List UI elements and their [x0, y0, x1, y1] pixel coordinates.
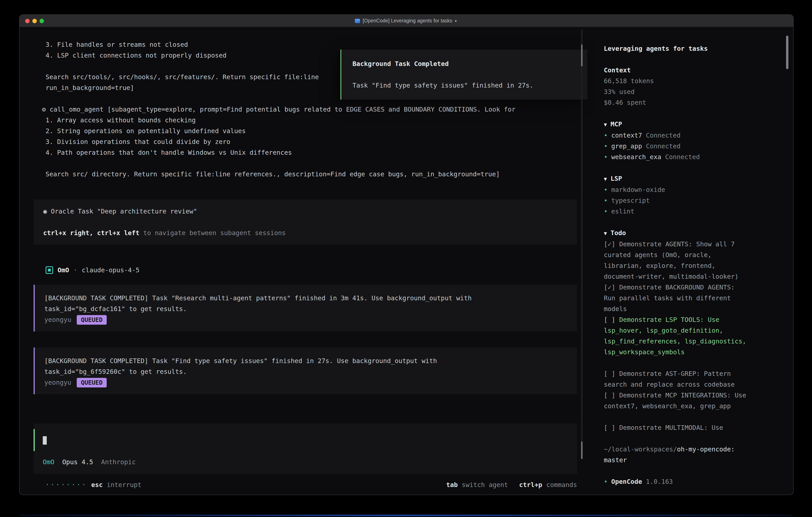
- esc-key-hint: esc: [91, 479, 103, 490]
- model-provider: Anthropic: [101, 457, 136, 467]
- bullet-icon: •: [604, 184, 608, 195]
- background-task-text: [BACKGROUND TASK COMPLETED] Task "Find t…: [45, 355, 486, 377]
- status-badge: QUEUED: [77, 315, 107, 324]
- active-agent-name: OmO: [43, 457, 54, 467]
- mcp-section-header[interactable]: ▼MCP: [604, 119, 750, 130]
- workspace-branch: master: [604, 456, 627, 464]
- main-scrollbar-track[interactable]: [581, 30, 583, 459]
- oracle-task-title: Oracle Task "Deep architecture review": [51, 208, 197, 215]
- agent-name: OmO: [58, 265, 69, 275]
- minimize-button[interactable]: [32, 19, 37, 23]
- background-task-card: [BACKGROUND TASK COMPLETED] Task "Find t…: [34, 348, 577, 394]
- tab-key-hint: tab: [446, 479, 458, 490]
- spinner-dots-icon: ········: [46, 479, 87, 490]
- context-used: 33% used: [604, 86, 750, 97]
- mcp-item: •context7 Connected: [604, 130, 750, 141]
- model-info-row: OmO Opus 4.5 Anthropic: [34, 457, 577, 467]
- text-cursor: [43, 436, 47, 445]
- tool-call-item: 4. Path operations that don't handle Win…: [46, 147, 577, 158]
- chevron-down-icon: ▼: [604, 173, 607, 184]
- workspace-path: ~/local-workspaces/oh-my-opencode: maste…: [604, 444, 750, 465]
- mcp-item: •grep_app Connected: [604, 141, 750, 152]
- todo-section-header[interactable]: ▼Todo: [604, 227, 750, 239]
- context-spent: $0.46 spent: [604, 97, 750, 108]
- app-icon: [355, 19, 360, 23]
- tool-call-item: 3. Division operations that could divide…: [46, 136, 577, 147]
- chevron-down-icon: ▼: [604, 228, 607, 239]
- app-version-row: • OpenCode 1.0.163: [604, 476, 750, 487]
- session-sidebar: Leveraging agents for tasks Context 66,5…: [596, 27, 793, 495]
- mcp-status: Connected: [646, 142, 680, 150]
- todo-item: [✓] Demonstrate AGENTS: Show all 7 curat…: [604, 239, 750, 282]
- workspace-repo: oh-my-opencode:: [677, 445, 735, 453]
- gear-icon: ⚙: [42, 106, 46, 113]
- zoom-button[interactable]: [39, 19, 44, 23]
- task-user: yeongyu: [45, 377, 71, 388]
- bullet-icon: •: [604, 195, 608, 206]
- hint-keys: ctrl+x right, ctrl+x left: [43, 229, 140, 237]
- prompt-panel: OmO Opus 4.5 Anthropic: [34, 424, 577, 474]
- mcp-name: context7: [611, 132, 642, 139]
- active-model-name: Opus 4.5: [62, 457, 93, 467]
- bullet-icon: •: [604, 130, 608, 141]
- session-title: Leveraging agents for tasks: [604, 43, 750, 54]
- background-window-edge: [19, 515, 793, 516]
- mcp-item: •websearch_exa Connected: [604, 152, 750, 162]
- todo-item: [ ] Demonstrate MCP INTEGRATIONS: Use co…: [604, 390, 750, 411]
- esc-key-label: interrupt: [107, 479, 141, 490]
- window-titlebar[interactable]: [OpenCode] Leveraging agents for tasks ◐: [20, 15, 793, 27]
- app-name: OpenCode: [611, 478, 642, 485]
- log-line: 3. File handles or streams not closed: [46, 39, 577, 50]
- status-bar: ········ esc interrupt tab switch agent …: [46, 479, 577, 491]
- mcp-status: Connected: [646, 132, 680, 139]
- tool-call-item: 1. Array access without bounds checking: [46, 115, 577, 126]
- bullet-icon: •: [604, 152, 608, 162]
- tool-call-text: call_omo_agent [subagent_type=explore, p…: [50, 106, 516, 113]
- oracle-task-icon: ◉: [43, 208, 47, 215]
- sidebar-scrollbar-thumb[interactable]: [786, 35, 788, 69]
- omo-agent-icon: [46, 266, 53, 274]
- commands-key-label: commands: [546, 479, 577, 490]
- todo-item: [ ] Demonstrate MULTIMODAL: Use: [604, 422, 750, 433]
- bullet-icon: •: [604, 141, 608, 152]
- lsp-name: eslint: [611, 206, 634, 217]
- tab-key-label: switch agent: [462, 479, 508, 490]
- lsp-item: •markdown-oxide: [604, 184, 750, 195]
- activity-indicator-icon: ◐: [455, 18, 458, 24]
- toast-title: Background Task Completed: [352, 58, 576, 69]
- todo-item: [✓] Demonstrate BACKGROUND AGENTS: Run p…: [604, 282, 750, 314]
- prompt-input[interactable]: [34, 429, 577, 451]
- window-title-text: [OpenCode] Leveraging agents for tasks: [362, 18, 452, 24]
- lsp-item: •eslint: [604, 206, 750, 217]
- workspace-path-prefix: ~/local-workspaces/: [604, 445, 677, 453]
- mcp-name: websearch_exa: [611, 153, 661, 161]
- background-task-card: [BACKGROUND TASK COMPLETED] Task "Resear…: [34, 285, 577, 331]
- lsp-section-header[interactable]: ▼LSP: [604, 173, 750, 184]
- oracle-task-title-row: ◉ Oracle Task "Deep architecture review": [43, 206, 568, 217]
- traffic-lights: [25, 15, 44, 27]
- lsp-item: •typescript: [604, 195, 750, 206]
- background-task-text: [BACKGROUND TASK COMPLETED] Task "Resear…: [45, 293, 486, 314]
- main-scrollbar-thumb[interactable]: [581, 441, 583, 459]
- bullet-icon: •: [604, 206, 608, 217]
- context-heading: Context: [604, 65, 750, 76]
- commands-key-hint: ctrl+p: [519, 479, 542, 490]
- notification-toast: Background Task Completed Task "Find typ…: [341, 50, 587, 100]
- bullet-icon: •: [604, 476, 608, 487]
- close-button[interactable]: [25, 19, 30, 23]
- hint-text: to navigate between subagent sessions: [140, 229, 286, 237]
- lsp-name: markdown-oxide: [611, 184, 665, 195]
- mcp-status: Connected: [665, 153, 700, 161]
- main-scrollbar-thumb[interactable]: [581, 45, 583, 66]
- task-user: yeongyu: [45, 314, 71, 325]
- chevron-down-icon: ▼: [604, 119, 607, 130]
- agent-header: OmO · claude-opus-4-5: [46, 265, 577, 275]
- tool-call-header: ⚙ call_omo_agent [subagent_type=explore,…: [42, 104, 577, 115]
- agent-separator: ·: [74, 265, 77, 275]
- terminal-window: [OpenCode] Leveraging agents for tasks ◐…: [19, 15, 793, 495]
- tool-call-item: 2. String operations on potentially unde…: [46, 126, 577, 136]
- desktop: [OpenCode] Leveraging agents for tasks ◐…: [0, 0, 812, 517]
- status-badge: QUEUED: [77, 378, 107, 387]
- agent-model: claude-opus-4-5: [82, 265, 140, 275]
- lsp-heading: LSP: [611, 173, 622, 184]
